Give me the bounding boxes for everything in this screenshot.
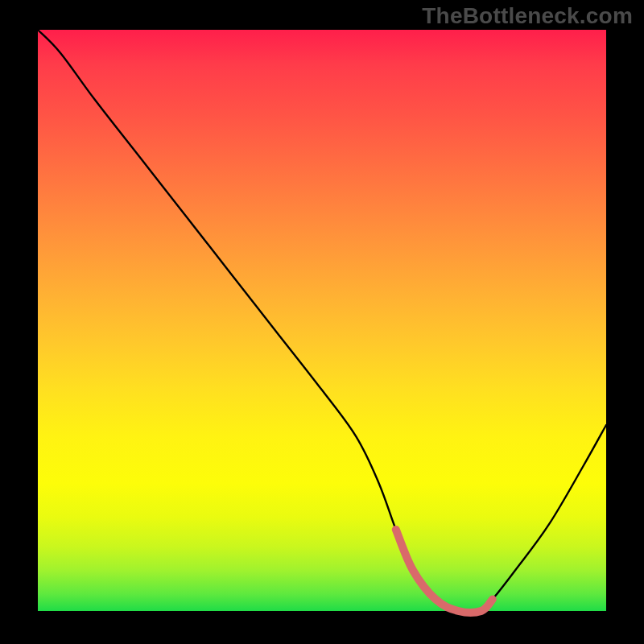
curve-layer xyxy=(38,30,606,611)
watermark-text: TheBottleneck.com xyxy=(422,3,633,29)
plot-area xyxy=(38,30,606,611)
bottleneck-curve xyxy=(38,30,606,613)
chart-frame: TheBottleneck.com xyxy=(0,0,644,644)
optimal-zone-highlight xyxy=(396,530,493,613)
